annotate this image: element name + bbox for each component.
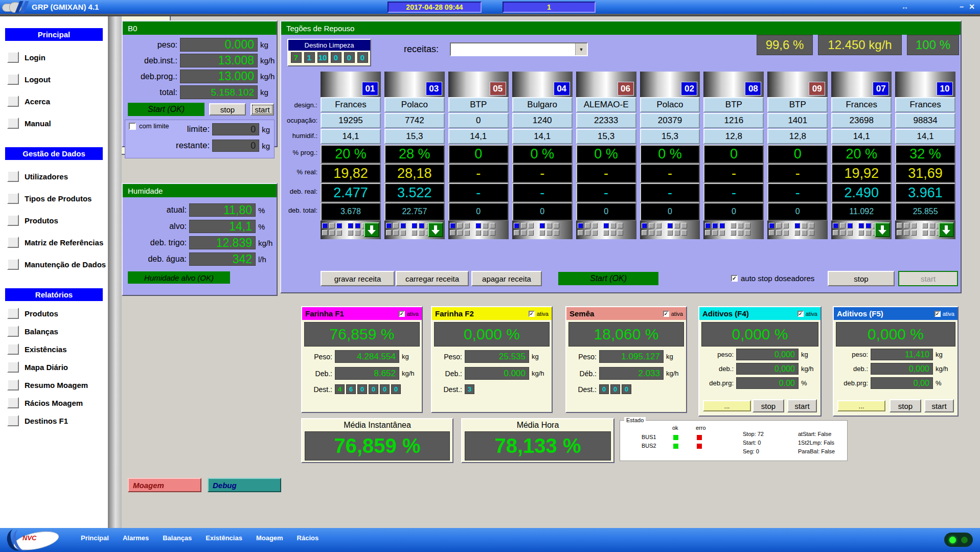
- sidebar-item-manual[interactable]: Manual: [7, 118, 108, 129]
- silo-header: 04: [512, 72, 573, 97]
- silo-light: [386, 230, 392, 236]
- sidebar-item-button[interactable]: [7, 215, 19, 226]
- estado-ok-header: ok: [672, 425, 678, 431]
- auto-stop-checkbox[interactable]: ✓: [731, 275, 738, 282]
- sidebar-item-button[interactable]: [7, 259, 19, 270]
- tegoes-stop-button[interactable]: stop: [828, 271, 895, 286]
- silo-light: [794, 230, 800, 236]
- sidebar-item-racios-moagem[interactable]: Rácios Moagem: [7, 397, 108, 408]
- doser-ativa-checkbox[interactable]: ✓: [663, 311, 669, 317]
- tegoes-start-button[interactable]: start: [898, 271, 958, 286]
- silo-light: [705, 230, 711, 236]
- apagar-receita-button[interactable]: apagar receita: [471, 271, 542, 286]
- bottom-menu-racios[interactable]: Rácios: [297, 534, 319, 542]
- kpi-percent-box: 99,6 %: [757, 35, 813, 55]
- silo-light: [794, 223, 800, 228]
- silo-discharge-arrow-button[interactable]: [875, 222, 890, 237]
- sidebar-item-produtos[interactable]: Produtos: [7, 215, 108, 226]
- doser-stop-button[interactable]: stop: [753, 399, 784, 412]
- silo-light: [610, 223, 616, 228]
- silo-prog-cell: 0 %: [512, 145, 573, 164]
- doser-ativa-checkbox[interactable]: ✓: [399, 311, 405, 317]
- doser-more-button[interactable]: ...: [703, 400, 751, 411]
- sidebar-item-button[interactable]: [7, 415, 19, 426]
- sidebar-item-destinos-f1[interactable]: Destinos F1: [7, 415, 108, 426]
- b0-start-button[interactable]: start: [250, 103, 274, 116]
- doser-ativa-checkbox[interactable]: ✓: [935, 311, 941, 317]
- sidebar-item-button[interactable]: [7, 52, 19, 63]
- silo-design-cell: Polaco: [384, 97, 445, 112]
- limit-unit: kg: [259, 142, 270, 150]
- sidebar-item-balancas[interactable]: Balanças: [7, 326, 108, 337]
- sidebar-item-manutencao-de-dados[interactable]: Manutenção de Dados: [7, 259, 108, 270]
- sidebar-item-button[interactable]: [7, 397, 19, 408]
- sidebar-item-mapa-diario[interactable]: Mapa Diário: [7, 361, 108, 373]
- silo-light: [539, 230, 545, 236]
- gravar-receita-button[interactable]: gravar receita: [321, 271, 395, 286]
- sidebar-item-acerca[interactable]: Acerca: [7, 96, 108, 107]
- sidebar-item-button[interactable]: [7, 96, 19, 107]
- sidebar-splitter[interactable]: [108, 16, 122, 528]
- silo-discharge-arrow-button[interactable]: [428, 222, 443, 237]
- sidebar-item-button[interactable]: [7, 171, 19, 182]
- sidebar-item-produtos[interactable]: Produtos: [7, 308, 108, 319]
- sidebar-item-button[interactable]: [7, 361, 19, 373]
- silo-deb-real-cell: -: [767, 183, 828, 202]
- sidebar-item-button[interactable]: [7, 379, 19, 390]
- resize-icon[interactable]: ↔: [901, 3, 908, 11]
- minimize-icon[interactable]: –: [960, 3, 964, 11]
- silo-light: [656, 223, 662, 228]
- media-instantanea-panel: Média Instantânea 76,859 %: [301, 418, 453, 463]
- estado-erro-led: [697, 444, 702, 449]
- bottom-menu-alarmes[interactable]: Alarmes: [123, 534, 149, 542]
- moagem-button[interactable]: Moagem: [128, 478, 201, 492]
- panel-tegoes: Tegões de Repouso Destino Limpeza 711000…: [280, 20, 962, 293]
- doser-start-button[interactable]: start: [787, 399, 817, 412]
- sidebar-item-resumo-moagem[interactable]: Resumo Moagem: [7, 379, 108, 390]
- sidebar-item-button[interactable]: [7, 308, 19, 319]
- bottom-menu-principal[interactable]: Principal: [81, 534, 109, 542]
- silo-humidif-cell: 15,3: [576, 129, 636, 144]
- limit-row-restante: restante:0kg: [135, 140, 270, 152]
- doser-ativa-checkbox[interactable]: ✓: [797, 311, 804, 317]
- sidebar-item-existencias[interactable]: Existências: [7, 343, 108, 355]
- sidebar-item-button[interactable]: [7, 343, 19, 355]
- doser-ativa-checkbox[interactable]: ✓: [529, 311, 535, 317]
- sidebar-item-matriz-de-referencias[interactable]: Matriz de Referências: [7, 237, 108, 248]
- silo-10: 10Frances9883414,132 %31,693.96125.855: [895, 72, 955, 239]
- bottom-menu-existencias[interactable]: Existências: [206, 534, 242, 542]
- silo-footer: [384, 221, 445, 239]
- sidebar-item-button[interactable]: [7, 193, 19, 204]
- doser-header: Farinha F2✓ativa: [432, 307, 552, 320]
- sidebar-item-login[interactable]: Login: [7, 52, 108, 63]
- doser-more-button[interactable]: ...: [837, 400, 885, 411]
- sidebar-item-button[interactable]: [7, 118, 19, 129]
- silo-light: [348, 230, 353, 236]
- silo-discharge-arrow-button[interactable]: [364, 222, 379, 237]
- bottom-menu-moagem[interactable]: Moagem: [256, 534, 283, 542]
- doser-value: 1.095.127: [599, 350, 664, 363]
- doser-value: 25.535: [465, 350, 529, 363]
- bottom-menu-balancas[interactable]: Balanças: [163, 534, 192, 542]
- sidebar-item-button[interactable]: [7, 74, 19, 85]
- doser-start-button[interactable]: start: [924, 399, 954, 412]
- sidebar-item-tipos-de-produtos[interactable]: Tipos de Produtos: [7, 193, 108, 204]
- doser-dest-digit: 0: [391, 384, 401, 394]
- close-icon[interactable]: ✕: [969, 3, 975, 11]
- com-limite-checkbox[interactable]: [129, 123, 136, 130]
- silo-light: [865, 223, 871, 228]
- b0-stop-button[interactable]: stop: [209, 103, 246, 116]
- sidebar-item-logout[interactable]: Logout: [7, 74, 108, 85]
- chevron-down-icon[interactable]: ▼: [575, 43, 587, 55]
- sidebar-item-utilizadores[interactable]: Utilizadores: [7, 171, 108, 182]
- sidebar-item-button[interactable]: [7, 326, 19, 337]
- debug-button[interactable]: Debug: [208, 478, 281, 492]
- silo-discharge-arrow-button[interactable]: [939, 222, 954, 237]
- silo-light: [674, 223, 680, 228]
- auto-stop-row[interactable]: ✓ auto stop doseadores: [731, 274, 814, 283]
- carregar-receita-button[interactable]: carregar receita: [396, 271, 469, 286]
- sidebar-item-button[interactable]: [7, 237, 19, 248]
- doser-stop-button[interactable]: stop: [890, 399, 921, 412]
- receitas-dropdown[interactable]: ▼: [450, 42, 588, 56]
- doser-percent-value: 0,000 %: [701, 322, 818, 347]
